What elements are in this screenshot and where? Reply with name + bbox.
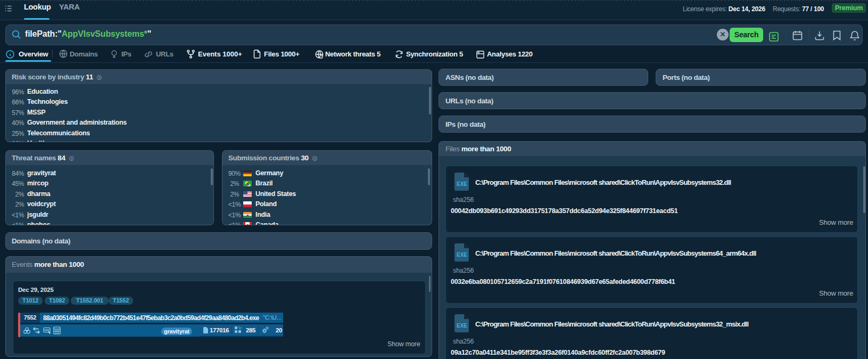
svg-text:EXE: EXE [457,181,467,187]
svg-text:EXE: EXE [457,252,467,258]
svg-text:EXE: EXE [457,323,467,329]
